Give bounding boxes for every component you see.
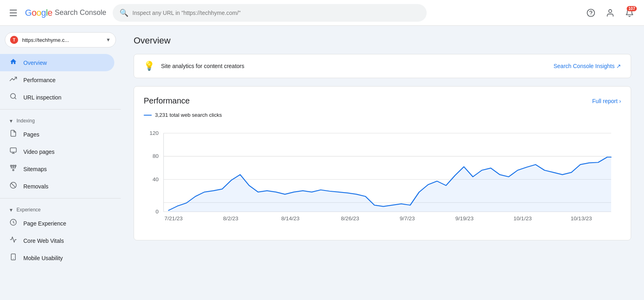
svg-line-17 (11, 183, 16, 188)
x-label-6: 9/19/23 (455, 216, 473, 221)
sidebar-item-mobile-usability[interactable]: Mobile Usability (0, 249, 114, 267)
chevron-icon: ▾ (10, 118, 12, 124)
removals-icon (10, 182, 17, 191)
svg-line-4 (14, 97, 16, 99)
section-label: Experience (17, 207, 41, 213)
info-banner: 💡 Site analytics for content creators Se… (134, 54, 631, 78)
sidebar-item-page-experience[interactable]: Page Experience (0, 215, 114, 232)
x-label-7: 10/1/23 (514, 216, 532, 221)
sidebar: T https://techhyme.c... ▼ Overview Perfo… (0, 26, 121, 300)
section-label: Indexing (17, 118, 35, 124)
sidebar-item-core-web-vitals[interactable]: Core Web Vitals (0, 232, 114, 249)
home-icon (10, 58, 17, 67)
header-actions: 107 (583, 5, 638, 21)
card-header: Performance Full report › (144, 96, 621, 106)
sidebar-item-url-inspection[interactable]: URL inspection (0, 89, 114, 106)
top-header: Google Search Console 🔍 107 (0, 0, 644, 26)
x-label-8: 10/13/23 (571, 216, 592, 221)
performance-card-title: Performance (144, 96, 190, 106)
x-label-4: 8/26/23 (341, 216, 359, 221)
sidebar-item-label: Video pages (23, 149, 55, 155)
page-experience-icon (10, 219, 17, 228)
main-layout: T https://techhyme.c... ▼ Overview Perfo… (0, 26, 644, 300)
sidebar-item-label: URL inspection (23, 94, 61, 101)
x-label-3: 8/14/23 (281, 216, 299, 221)
notification-count: 107 (627, 6, 637, 11)
y-label-80: 80 (153, 153, 159, 159)
page-title: Overview (134, 35, 631, 46)
notifications-button[interactable]: 107 (621, 5, 638, 21)
external-link-icon: ↗ (616, 63, 621, 69)
google-logo: Google (25, 8, 52, 18)
banner-text: Site analytics for content creators (161, 63, 547, 69)
sidebar-item-pages[interactable]: Pages (0, 126, 114, 143)
x-label-5: 9/7/23 (400, 216, 415, 221)
y-label-40: 40 (153, 177, 159, 182)
x-label-2: 8/2/23 (223, 216, 238, 221)
sidebar-item-label: Core Web Vitals (23, 238, 64, 244)
y-label-0: 0 (156, 209, 159, 215)
sidebar-item-video-pages[interactable]: Video pages (0, 143, 114, 160)
svg-rect-5 (10, 148, 17, 152)
site-selector[interactable]: T https://techhyme.c... ▼ (5, 32, 116, 48)
sidebar-item-label: Removals (23, 183, 48, 190)
sidebar-item-label: Sitemaps (23, 166, 47, 172)
site-favicon: T (10, 36, 18, 44)
chart-container: 120 80 40 0 7/21/23 8/2/23 8/14/23 8/26/… (144, 124, 621, 230)
sidebar-item-label: Overview (23, 60, 47, 66)
main-content: Overview 💡 Site analytics for content cr… (121, 26, 644, 300)
sidebar-item-performance[interactable]: Performance (0, 71, 114, 89)
help-button[interactable] (583, 5, 599, 21)
account-button[interactable] (602, 5, 618, 21)
performance-chart: 120 80 40 0 7/21/23 8/2/23 8/14/23 8/26/… (144, 124, 621, 229)
search-console-insights-link[interactable]: Search Console Insights ↗ (553, 63, 621, 69)
search-input[interactable] (132, 10, 420, 16)
sidebar-item-label: Mobile Usability (23, 255, 63, 261)
svg-point-2 (609, 9, 611, 12)
search-icon: 🔍 (120, 8, 128, 17)
sidebar-item-removals[interactable]: Removals (0, 178, 114, 195)
hamburger-button[interactable] (6, 6, 20, 19)
product-name: Search Console (55, 8, 106, 17)
sidebar-item-label: Page Experience (23, 220, 66, 227)
sidebar-item-sitemaps[interactable]: Sitemaps (0, 160, 114, 178)
pages-icon (10, 130, 17, 139)
chart-legend: 3,231 total web search clicks (144, 112, 621, 118)
chevron-right-icon: › (619, 98, 621, 104)
sidebar-item-label: Pages (23, 131, 39, 138)
vitals-icon (10, 236, 17, 245)
full-report-link[interactable]: Full report › (592, 98, 621, 104)
video-icon (10, 147, 17, 156)
svg-rect-15 (13, 170, 14, 171)
mobile-icon (10, 253, 17, 263)
trending-up-icon (10, 75, 17, 85)
sidebar-item-label: Performance (23, 77, 56, 83)
performance-card: Performance Full report › 3,231 total we… (134, 86, 631, 240)
chevron-icon: ▾ (10, 207, 12, 213)
logo-area[interactable]: Google Search Console (25, 8, 106, 18)
y-label-120: 120 (149, 130, 159, 136)
experience-section-header[interactable]: ▾ Experience (0, 202, 121, 215)
search-icon (10, 93, 17, 102)
chevron-down-icon: ▼ (106, 37, 111, 43)
url-search-bar[interactable]: 🔍 (113, 4, 427, 22)
indexing-section-header[interactable]: ▾ Indexing (0, 113, 121, 126)
sitemap-icon (10, 164, 17, 174)
sidebar-item-overview[interactable]: Overview (0, 54, 114, 71)
legend-line (144, 115, 152, 116)
lightbulb-icon: 💡 (144, 61, 155, 71)
legend-label: 3,231 total web search clicks (155, 112, 222, 118)
x-label-1: 7/21/23 (164, 216, 182, 221)
site-url: https://techhyme.c... (22, 37, 102, 43)
